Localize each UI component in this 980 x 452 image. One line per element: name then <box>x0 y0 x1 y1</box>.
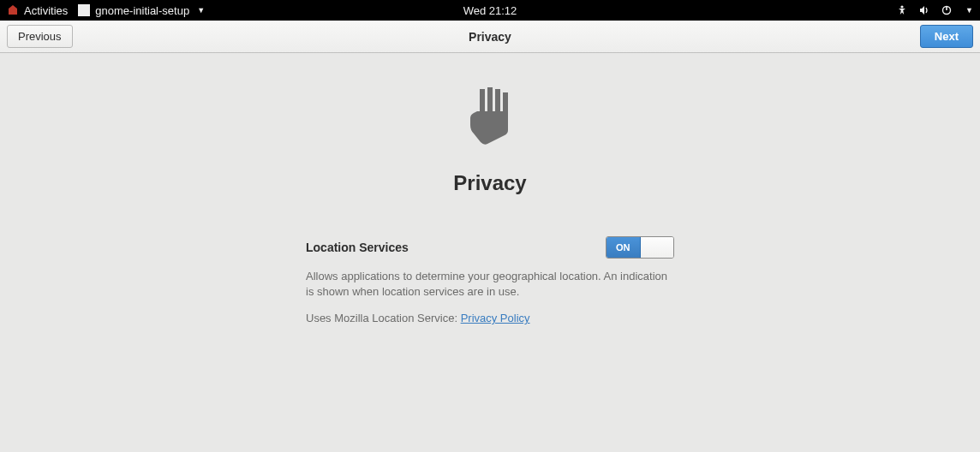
svg-rect-3 <box>480 89 485 115</box>
location-services-row: Location Services ON <box>306 236 674 259</box>
app-menu-icon <box>78 4 90 16</box>
activities-button[interactable]: Activities <box>7 4 68 17</box>
svg-rect-4 <box>487 87 493 115</box>
settings-group: Location Services ON Allows applications… <box>306 236 674 324</box>
activities-icon <box>7 4 19 16</box>
location-services-switch[interactable]: ON <box>606 236 674 259</box>
location-provider-line: Uses Mozilla Location Service: Privacy P… <box>306 312 674 324</box>
chevron-down-icon: ▼ <box>197 6 205 15</box>
switch-on-label: ON <box>607 237 641 258</box>
privacy-policy-link[interactable]: Privacy Policy <box>461 312 530 324</box>
location-services-label: Location Services <box>306 241 409 254</box>
svg-point-0 <box>900 5 903 8</box>
main-content: Privacy Location Services ON Allows appl… <box>0 53 980 324</box>
volume-icon <box>918 4 930 16</box>
header-title: Privacy <box>469 30 511 44</box>
switch-knob <box>641 237 674 258</box>
previous-button[interactable]: Previous <box>7 25 73 48</box>
accessibility-icon <box>896 4 908 16</box>
top-bar: Activities gnome-initial-setup ▼ Wed 21:… <box>0 0 980 21</box>
chevron-down-icon: ▼ <box>965 6 973 15</box>
header-bar: Previous Privacy Next <box>0 21 980 53</box>
svg-rect-5 <box>495 89 500 115</box>
power-icon <box>941 4 953 16</box>
next-button[interactable]: Next <box>920 25 973 48</box>
activities-label: Activities <box>24 4 68 17</box>
app-menu[interactable]: gnome-initial-setup ▼ <box>78 4 205 17</box>
top-bar-left: Activities gnome-initial-setup ▼ <box>7 4 205 17</box>
location-services-description: Allows applications to determine your ge… <box>306 269 674 300</box>
app-menu-label: gnome-initial-setup <box>95 4 189 17</box>
provider-text: Uses Mozilla Location Service: <box>306 312 461 324</box>
privacy-icon <box>451 82 529 163</box>
page-title: Privacy <box>453 171 526 195</box>
system-status-area[interactable]: ▼ <box>896 4 973 16</box>
clock[interactable]: Wed 21:12 <box>463 4 517 17</box>
